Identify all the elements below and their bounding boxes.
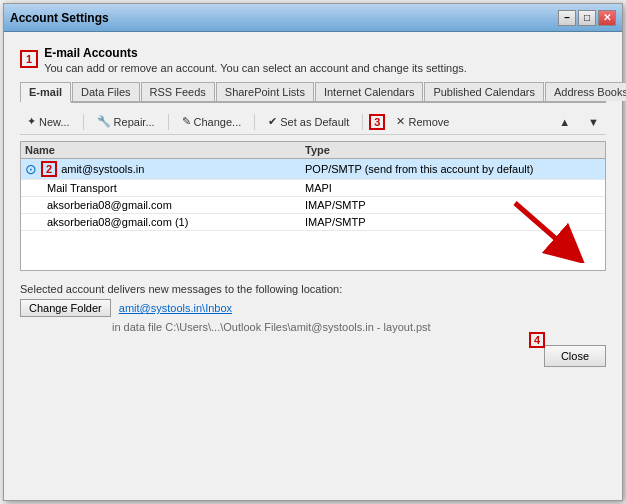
change-button[interactable]: ✎ Change... <box>175 112 249 131</box>
repair-button[interactable]: 🔧 Repair... <box>90 112 162 131</box>
down-arrow-icon: ▼ <box>588 116 599 128</box>
bottom-section: Selected account delivers new messages t… <box>20 277 606 333</box>
row-name-2: aksorberia08@gmail.com <box>25 199 305 211</box>
table-row[interactable]: aksorberia08@gmail.com (1) IMAP/SMTP <box>21 214 605 231</box>
minimize-button[interactable]: – <box>558 10 576 26</box>
repair-icon: 🔧 <box>97 115 111 128</box>
folder-path: amit@systools.in\Inbox <box>119 302 232 314</box>
change-folder-button[interactable]: Change Folder <box>20 299 111 317</box>
separator-2 <box>168 114 169 130</box>
separator-4 <box>362 114 363 130</box>
label-2: 2 <box>41 161 57 177</box>
tab-rss-feeds[interactable]: RSS Feeds <box>141 82 215 101</box>
tab-internet-calendars[interactable]: Internet Calendars <box>315 82 424 101</box>
window-close-button[interactable]: ✕ <box>598 10 616 26</box>
row-type-1: MAPI <box>305 182 601 194</box>
remove-button[interactable]: ✕ Remove <box>389 112 456 131</box>
toolbar: ✦ New... 🔧 Repair... ✎ Change... ✔ Set a… <box>20 109 606 135</box>
move-down-button[interactable]: ▼ <box>581 113 606 131</box>
tab-data-files[interactable]: Data Files <box>72 82 140 101</box>
checkmark-icon: ✔ <box>268 115 277 128</box>
new-button[interactable]: ✦ New... <box>20 112 77 131</box>
table-row[interactable]: ⊙ 2 amit@systools.in POP/SMTP (send from… <box>21 159 605 180</box>
window-title: Account Settings <box>10 11 109 25</box>
table-header: Name Type <box>21 142 605 159</box>
delivery-row: Change Folder amit@systools.in\Inbox <box>20 299 606 317</box>
tab-sharepoint[interactable]: SharePoint Lists <box>216 82 314 101</box>
up-arrow-icon: ▲ <box>559 116 570 128</box>
table-rows: ⊙ 2 amit@systools.in POP/SMTP (send from… <box>21 159 605 265</box>
default-account-icon: ⊙ <box>25 161 37 177</box>
row-name-1: Mail Transport <box>25 182 305 194</box>
tabs-container: E-mail Data Files RSS Feeds SharePoint L… <box>20 82 606 103</box>
row-type-3: IMAP/SMTP <box>305 216 601 228</box>
close-button[interactable]: 4 Close <box>544 345 606 367</box>
label-3: 3 <box>369 114 385 130</box>
email-accounts-section: 1 E-mail Accounts You can add or remove … <box>20 44 606 74</box>
col-type-header: Type <box>305 144 601 156</box>
tab-published-calendars[interactable]: Published Calendars <box>424 82 544 101</box>
tab-email[interactable]: E-mail <box>20 82 71 103</box>
row-type-2: IMAP/SMTP <box>305 199 601 211</box>
maximize-button[interactable]: □ <box>578 10 596 26</box>
remove-icon: ✕ <box>396 115 405 128</box>
row-name-3: aksorberia08@gmail.com (1) <box>25 216 305 228</box>
title-bar: Account Settings – □ ✕ <box>4 4 622 32</box>
section-description: You can add or remove an account. You ca… <box>44 62 467 74</box>
account-settings-window: Account Settings – □ ✕ 1 E-mail Accounts… <box>3 3 623 501</box>
tab-address-books[interactable]: Address Books <box>545 82 626 101</box>
window-body: 1 E-mail Accounts You can add or remove … <box>4 32 622 500</box>
section-title: E-mail Accounts <box>44 46 467 60</box>
row-name-0: ⊙ 2 amit@systools.in <box>25 161 305 177</box>
new-icon: ✦ <box>27 115 36 128</box>
separator-3 <box>254 114 255 130</box>
table-row[interactable]: Mail Transport MAPI <box>21 180 605 197</box>
set-default-button[interactable]: ✔ Set as Default <box>261 112 356 131</box>
col-name-header: Name <box>25 144 305 156</box>
separator-1 <box>83 114 84 130</box>
accounts-table: Name Type ⊙ 2 amit@systools.in POP/SMTP … <box>20 141 606 271</box>
label-4: 4 <box>529 332 545 348</box>
delivery-text: Selected account delivers new messages t… <box>20 283 606 295</box>
change-icon: ✎ <box>182 115 191 128</box>
title-buttons: – □ ✕ <box>558 10 616 26</box>
label-1: 1 <box>20 50 38 68</box>
move-up-button[interactable]: ▲ <box>552 113 577 131</box>
footer: 4 Close <box>20 339 606 367</box>
row-type-0: POP/SMTP (send from this account by defa… <box>305 163 601 175</box>
table-row[interactable]: aksorberia08@gmail.com IMAP/SMTP <box>21 197 605 214</box>
